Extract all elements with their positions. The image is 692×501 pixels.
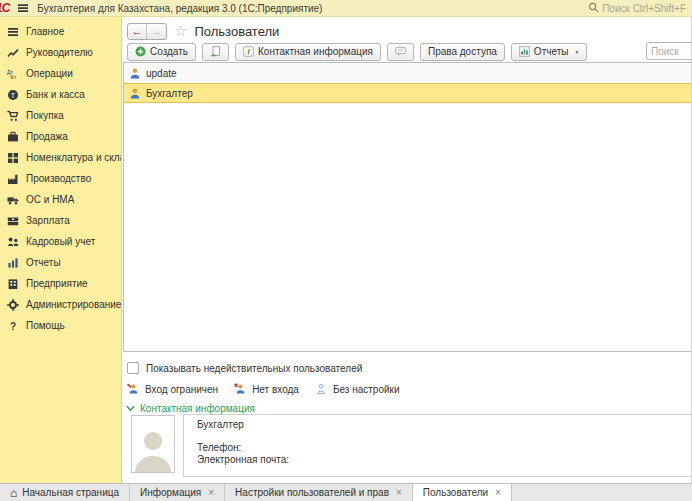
sidebar-item-label: Предприятие bbox=[26, 278, 88, 289]
sidebar-item-label: Руководителю bbox=[26, 47, 93, 58]
back-button[interactable]: ← bbox=[128, 24, 147, 39]
briefcase-icon bbox=[7, 131, 19, 143]
window-title: Бухгалтерия для Казахстана, редакция 3.0… bbox=[37, 3, 322, 14]
tab-informaciya[interactable]: Информация × bbox=[130, 484, 225, 501]
sidebar-item-label: Продажа bbox=[26, 131, 68, 142]
list-search-input[interactable] bbox=[646, 42, 692, 60]
contact-info-section-toggle[interactable]: Контактная информация bbox=[126, 403, 255, 414]
chevron-down-icon: ▼ bbox=[574, 49, 579, 55]
global-search[interactable]: Поиск Ctrl+Shift+F bbox=[588, 2, 692, 15]
comment-icon bbox=[395, 46, 406, 57]
bar-chart-icon bbox=[7, 257, 19, 269]
create-button-label: Создать bbox=[150, 46, 188, 57]
main-menu-icon[interactable] bbox=[17, 2, 29, 14]
user-name: update bbox=[146, 68, 177, 79]
legend-no-login: Нет входа bbox=[234, 383, 299, 395]
svg-text:?: ? bbox=[10, 320, 16, 331]
sidebar-item-rukovoditelyu[interactable]: Руководителю bbox=[0, 42, 121, 63]
legend-label: Без настройки bbox=[333, 384, 400, 395]
chart-line-icon bbox=[7, 47, 19, 59]
sidebar-item-kadrovyj-uchet[interactable]: Кадровый учет bbox=[0, 231, 121, 252]
tab-close-icon[interactable]: × bbox=[495, 487, 501, 498]
sidebar-item-label: Производство bbox=[26, 173, 91, 184]
svg-text:Кт: Кт bbox=[10, 74, 16, 80]
legend-label: Вход ограничен bbox=[145, 384, 218, 395]
chevron-down-icon bbox=[126, 405, 135, 412]
sidebar-item-pomosch[interactable]: ? Помощь bbox=[0, 315, 121, 336]
create-plus-icon bbox=[135, 46, 146, 57]
tab-polzovateli[interactable]: Пользователи × bbox=[413, 484, 512, 501]
tab-label: Начальная страница bbox=[22, 487, 119, 498]
sidebar-item-prodazha[interactable]: Продажа bbox=[0, 126, 121, 147]
tab-nastrojki-polzovatelej[interactable]: Настройки пользователей и прав × bbox=[225, 484, 413, 501]
legend-label: Нет входа bbox=[252, 384, 299, 395]
user-icon bbox=[130, 68, 140, 79]
sidebar-item-label: Отчеты bbox=[26, 257, 61, 268]
checkbox-label: Показывать недействительных пользователе… bbox=[146, 363, 362, 374]
sidebar-item-pokupka[interactable]: Покупка bbox=[0, 105, 121, 126]
favorite-star-icon[interactable]: ☆ bbox=[174, 22, 187, 40]
sidebar-item-label: Помощь bbox=[26, 320, 65, 331]
checkbox-icon[interactable] bbox=[127, 362, 139, 374]
forward-button[interactable]: → bbox=[147, 24, 166, 39]
user-no-settings-icon bbox=[315, 383, 327, 395]
tab-home[interactable]: ⌂ Начальная страница bbox=[0, 484, 130, 501]
contact-phone-label: Телефон: bbox=[197, 442, 692, 454]
tab-close-icon[interactable]: × bbox=[396, 487, 402, 498]
user-row-buhgalter[interactable]: Бухгалтер bbox=[124, 83, 692, 103]
comment-button[interactable] bbox=[387, 43, 414, 61]
help-icon: ? bbox=[7, 320, 19, 332]
history-nav: ← → bbox=[127, 23, 167, 40]
form-navigation: ← → ☆ Пользователи bbox=[127, 22, 279, 40]
sidebar-item-label: Номенклатура и склад bbox=[26, 152, 121, 163]
users-list: update Бухгалтер bbox=[123, 62, 692, 352]
sidebar-item-os-i-nma[interactable]: ОС и НМА bbox=[0, 189, 121, 210]
user-icon bbox=[130, 88, 140, 99]
sidebar-item-label: Покупка bbox=[26, 110, 64, 121]
user-restricted-icon bbox=[127, 383, 139, 395]
contact-info-button[interactable]: i Контактная информация bbox=[235, 43, 381, 61]
menu-icon bbox=[7, 26, 19, 38]
sidebar-item-otchety[interactable]: Отчеты bbox=[0, 252, 121, 273]
legend-no-settings: Без настройки bbox=[315, 383, 400, 395]
sidebar-item-proizvodstvo[interactable]: Производство bbox=[0, 168, 121, 189]
dt-kt-icon: ДтКт bbox=[7, 68, 19, 80]
sidebar-item-administrirovanie[interactable]: Администрирование bbox=[0, 294, 121, 315]
sidebar-item-predpriyatie[interactable]: Предприятие bbox=[0, 273, 121, 294]
users-toolbar: Создать i Контактная информация Права до… bbox=[127, 42, 587, 61]
contact-info-card: Бухгалтер Телефон: Электронная почта: bbox=[183, 414, 692, 477]
sidebar-item-glavnoe[interactable]: Главное bbox=[0, 21, 121, 42]
legend-login-restricted: Вход ограничен bbox=[127, 383, 218, 395]
truck-icon bbox=[7, 194, 19, 206]
svg-text:Т: Т bbox=[11, 91, 16, 98]
gear-icon bbox=[7, 299, 19, 311]
user-row-update[interactable]: update bbox=[124, 63, 692, 83]
access-rights-button[interactable]: Права доступа bbox=[420, 43, 505, 61]
home-icon: ⌂ bbox=[10, 488, 17, 498]
global-search-placeholder: Поиск Ctrl+Shift+F bbox=[602, 3, 686, 14]
sidebar-item-label: Операции bbox=[26, 68, 73, 79]
user-name: Бухгалтер bbox=[146, 88, 193, 99]
create-button[interactable]: Создать bbox=[127, 43, 196, 61]
sidebar-item-label: ОС и НМА bbox=[26, 194, 74, 205]
contact-name: Бухгалтер bbox=[197, 419, 692, 430]
copy-button[interactable] bbox=[202, 43, 229, 61]
tab-close-icon[interactable]: × bbox=[208, 487, 214, 498]
sidebar-item-label: Кадровый учет bbox=[26, 236, 95, 247]
sidebar-item-bank-i-kassa[interactable]: Т Банк и касса bbox=[0, 84, 121, 105]
contact-info-button-label: Контактная информация bbox=[258, 46, 373, 57]
reports-button[interactable]: Отчеты ▼ bbox=[511, 43, 588, 61]
window-titlebar: 1С Бухгалтерия для Казахстана, редакция … bbox=[0, 0, 692, 17]
people-icon bbox=[7, 236, 19, 248]
coin-icon: Т bbox=[7, 89, 19, 101]
access-rights-button-label: Права доступа bbox=[428, 46, 497, 57]
sidebar-item-nomenklatura[interactable]: Номенклатура и склад bbox=[0, 147, 121, 168]
show-invalid-users-checkbox[interactable]: Показывать недействительных пользователе… bbox=[127, 362, 362, 374]
user-photo-placeholder bbox=[131, 415, 175, 473]
tab-label: Настройки пользователей и прав bbox=[235, 487, 389, 498]
sidebar-item-operacii[interactable]: ДтКт Операции bbox=[0, 63, 121, 84]
1c-logo: 1С bbox=[0, 1, 9, 15]
report-icon bbox=[519, 46, 530, 57]
reports-button-label: Отчеты bbox=[534, 46, 569, 57]
sidebar-item-zarplata[interactable]: Зарплата bbox=[0, 210, 121, 231]
